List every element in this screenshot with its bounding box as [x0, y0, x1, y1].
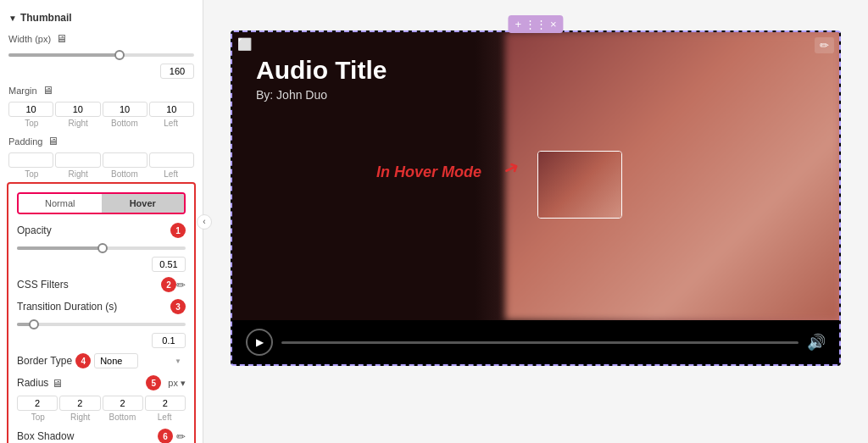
- padding-top-input[interactable]: [8, 152, 53, 168]
- audio-info: Audio Title By: John Duo: [256, 56, 387, 102]
- padding-inputs: [8, 152, 194, 168]
- padding-row: Padding 🖥: [0, 131, 203, 151]
- audio-title: Audio Title: [256, 56, 387, 85]
- thumbnail-small: [537, 151, 622, 219]
- margin-bottom-input[interactable]: [103, 102, 147, 117]
- radius-top-label: Top: [17, 413, 59, 422]
- padding-right-label: Right: [55, 169, 102, 179]
- section-title: Thumbnail: [20, 12, 72, 24]
- transition-badge: 3: [170, 299, 186, 314]
- padding-bottom-input[interactable]: [103, 152, 147, 168]
- width-label: Width (px): [8, 34, 51, 44]
- width-slider-thumb[interactable]: [114, 50, 125, 60]
- margin-bottom-label: Bottom: [102, 119, 148, 128]
- css-filters-label: CSS Filters: [17, 279, 69, 291]
- audio-by: By: John Duo: [256, 88, 387, 102]
- box-shadow-badge: 6: [158, 429, 173, 443]
- padding-monitor-icon: 🖥: [47, 135, 58, 147]
- css-filters-edit-icon[interactable]: ✏: [176, 279, 186, 291]
- width-slider-track[interactable]: [8, 53, 194, 57]
- padding-labels: Top Right Bottom Left: [8, 169, 194, 179]
- widget-edit-button[interactable]: ✏: [815, 37, 834, 53]
- css-filters-row: CSS Filters 2 ✏: [8, 274, 194, 296]
- radius-badge: 5: [146, 375, 161, 390]
- opacity-slider-thumb[interactable]: [97, 243, 108, 253]
- margin-top-input[interactable]: [8, 102, 53, 117]
- opacity-badge: 1: [170, 223, 186, 238]
- radius-right-label: Right: [59, 413, 102, 422]
- radius-bottom-label: Bottom: [102, 413, 144, 422]
- opacity-row: Opacity 1: [8, 219, 194, 241]
- margin-left-input[interactable]: [149, 102, 194, 117]
- close-toolbar-icon[interactable]: ×: [550, 18, 557, 30]
- opacity-slider-container: [8, 241, 194, 255]
- radius-label: Radius: [17, 377, 48, 389]
- border-type-badge: 4: [75, 353, 91, 368]
- width-slider-container: [0, 48, 203, 62]
- border-type-label: Border Type: [17, 355, 72, 367]
- padding-right-input[interactable]: [55, 152, 100, 168]
- transition-duration-label: Transition Duration (s): [17, 301, 117, 313]
- margin-label: Margin: [8, 86, 37, 96]
- play-icon: ▶: [256, 336, 264, 348]
- hover-btn[interactable]: Hover: [102, 194, 185, 213]
- collapse-arrow: ▼: [8, 14, 17, 23]
- opacity-value-input[interactable]: [152, 257, 186, 272]
- border-type-row: Border Type 4 None Solid Dashed Dotted: [8, 350, 194, 372]
- margin-left-label: Left: [147, 119, 194, 128]
- radius-monitor-icon: 🖥: [52, 377, 63, 390]
- margin-row: Margin 🖥: [0, 80, 203, 100]
- box-shadow-label: Box Shadow: [17, 430, 74, 442]
- margin-inputs: [8, 102, 194, 117]
- radius-bottom-input[interactable]: [103, 396, 143, 411]
- padding-left-input[interactable]: [149, 152, 194, 168]
- margin-top-label: Top: [8, 119, 55, 128]
- panel-collapse-btn[interactable]: ‹: [197, 214, 212, 230]
- padding-bottom-label: Bottom: [102, 169, 148, 179]
- border-type-select-wrapper: None Solid Dashed Dotted: [94, 353, 186, 368]
- volume-icon[interactable]: 🔊: [807, 333, 826, 352]
- add-toolbar-icon[interactable]: +: [515, 18, 521, 30]
- radius-unit: px ▾: [168, 378, 186, 389]
- transition-row: Transition Duration (s) 3: [8, 296, 194, 318]
- box-shadow-edit-icon[interactable]: ✏: [176, 430, 186, 443]
- box-shadow-row: Box Shadow 6 ✏: [8, 425, 194, 443]
- radius-left-label: Left: [143, 413, 186, 422]
- normal-btn[interactable]: Normal: [19, 194, 102, 213]
- radius-top-input[interactable]: [17, 396, 58, 411]
- transition-value-input[interactable]: [152, 333, 186, 348]
- monitor-icon: 🖥: [56, 32, 67, 45]
- css-filters-badge: 2: [161, 277, 176, 292]
- background-area: Audio Title By: John Duo In Hover Mode ➜: [232, 32, 839, 320]
- width-value-input[interactable]: [160, 64, 194, 79]
- transition-value-row: [8, 331, 194, 350]
- transition-slider-thumb[interactable]: [29, 319, 39, 329]
- radius-right-input[interactable]: [59, 396, 100, 411]
- margin-right-input[interactable]: [55, 102, 100, 117]
- opacity-slider-track[interactable]: [17, 246, 186, 250]
- border-type-select[interactable]: None Solid Dashed Dotted: [94, 353, 138, 368]
- radius-inputs: [17, 396, 186, 411]
- radius-left-input[interactable]: [145, 396, 186, 411]
- margin-right-label: Right: [55, 119, 102, 128]
- radius-labels: Top Right Bottom Left: [17, 413, 186, 422]
- media-widget: ⬜ ✏ Audio Title By: John Duo In Hover Mo…: [231, 30, 841, 366]
- widget-topleft-icon[interactable]: ⬜: [237, 37, 252, 51]
- opacity-slider-fill: [17, 246, 103, 250]
- normal-hover-toggle: Normal Hover: [17, 192, 186, 214]
- transition-slider-container: [8, 318, 194, 331]
- floating-toolbar: + ⋮⋮ ×: [508, 15, 563, 33]
- move-toolbar-icon[interactable]: ⋮⋮: [525, 18, 547, 30]
- hover-mode-text: In Hover Mode: [376, 163, 481, 181]
- margin-monitor-icon: 🖥: [42, 84, 53, 97]
- section-header[interactable]: ▼ Thumbnail: [0, 7, 203, 29]
- hover-settings-section: Normal Hover Opacity 1 CSS Filters 2 ✏: [7, 182, 196, 443]
- transition-slider-track[interactable]: [17, 323, 186, 326]
- opacity-label: Opacity: [17, 224, 52, 236]
- margin-labels: Top Right Bottom Left: [8, 119, 194, 128]
- width-slider-fill: [8, 53, 120, 57]
- padding-label: Padding: [8, 136, 42, 147]
- opacity-value-row: [8, 255, 194, 274]
- progress-bar[interactable]: [281, 341, 798, 344]
- play-button[interactable]: ▶: [246, 329, 273, 356]
